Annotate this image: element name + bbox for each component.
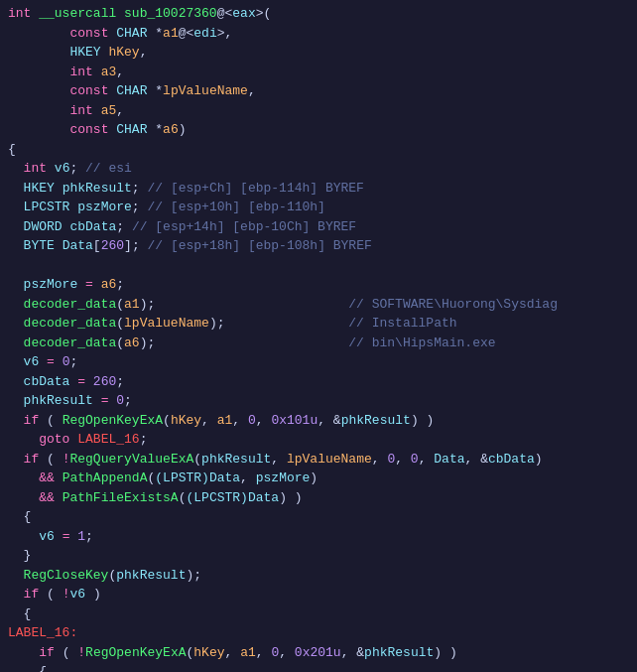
- line-8: {: [8, 140, 629, 160]
- line-34: if ( !RegOpenKeyExA(hKey, a1, 0, 0x201u,…: [8, 643, 629, 663]
- line-32: {: [8, 605, 629, 624]
- line-6: int a5,: [8, 101, 629, 121]
- line-26: && PathFileExistsA((LPCSTR)Data) ): [8, 488, 629, 508]
- line-9: int v6; // esi: [8, 159, 629, 179]
- line-28: v6 = 1;: [8, 527, 629, 547]
- line-5: const CHAR *lpValueName,: [8, 81, 629, 101]
- line-10: HKEY phkResult; // [esp+Ch] [ebp-114h] B…: [8, 179, 629, 199]
- line-22: if ( RegOpenKeyExA(hKey, a1, 0, 0x101u, …: [8, 411, 629, 431]
- line-25: && PathAppendA((LPSTR)Data, pszMore): [8, 469, 629, 488]
- line-17: decoder_data(lpValueName); // InstallPat…: [8, 314, 629, 334]
- line-1: int __usercall sub_10027360@<eax>(: [8, 4, 629, 24]
- line-13: BYTE Data[260]; // [esp+18h] [ebp-108h] …: [8, 236, 629, 256]
- line-35: {: [8, 662, 629, 672]
- line-15: pszMore = a6;: [8, 275, 629, 295]
- line-24: if ( !RegQueryValueExA(phkResult, lpValu…: [8, 450, 629, 470]
- line-33: LABEL_16:: [8, 623, 629, 643]
- line-21: phkResult = 0;: [8, 391, 629, 411]
- code-viewer: int __usercall sub_10027360@<eax>( const…: [0, 0, 637, 672]
- line-2: const CHAR *a1@<edi>,: [8, 24, 629, 44]
- line-31: if ( !v6 ): [8, 585, 629, 605]
- line-27: {: [8, 507, 629, 527]
- line-30: RegCloseKey(phkResult);: [8, 566, 629, 586]
- line-3: HKEY hKey,: [8, 43, 629, 63]
- line-18: decoder_data(a6); // bin\HipsMain.exe: [8, 334, 629, 353]
- line-12: DWORD cbData; // [esp+14h] [ebp-10Ch] BY…: [8, 217, 629, 237]
- line-19: v6 = 0;: [8, 352, 629, 372]
- line-29: }: [8, 546, 629, 566]
- line-23: goto LABEL_16;: [8, 430, 629, 450]
- line-7: const CHAR *a6): [8, 120, 629, 140]
- line-20: cbData = 260;: [8, 372, 629, 392]
- line-14: [8, 256, 629, 276]
- line-4: int a3,: [8, 63, 629, 82]
- line-11: LPCSTR pszMore; // [esp+10h] [ebp-110h]: [8, 198, 629, 217]
- line-16: decoder_data(a1); // SOFTWARE\Huorong\Sy…: [8, 295, 629, 315]
